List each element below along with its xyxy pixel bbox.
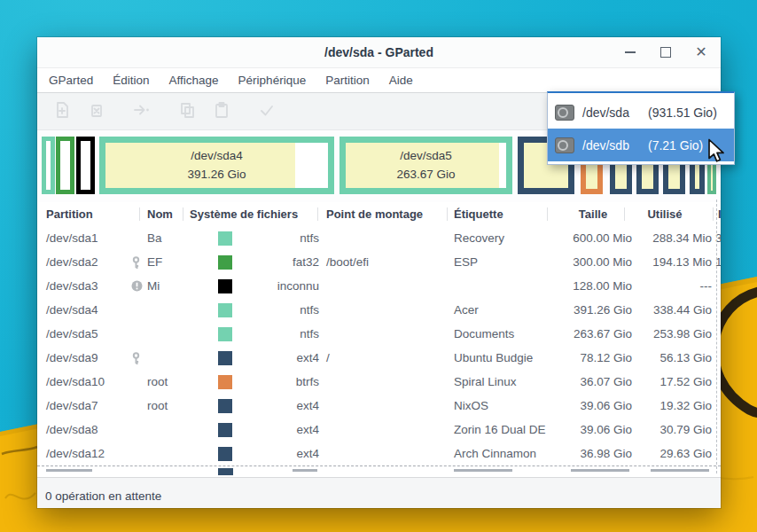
menu-affichage[interactable]: Affichage <box>160 68 229 92</box>
menubar: GParted Édition Affichage Périphérique P… <box>37 68 721 92</box>
harddisk-icon <box>555 104 574 121</box>
paste-icon <box>212 100 231 123</box>
row-status-icon <box>131 424 144 436</box>
fs-name: ext4 <box>239 442 319 466</box>
fs-swatch <box>218 447 232 461</box>
maximize-icon <box>660 47 671 58</box>
header-point-montage[interactable]: Point de montage <box>326 202 423 226</box>
apply-button[interactable] <box>256 101 277 122</box>
size-value: 600.00 Mio <box>534 226 632 250</box>
device-option-sda[interactable]: /dev/sda (931.51 Gio) <box>548 96 734 129</box>
mount-point <box>326 370 450 394</box>
partition-nom: root <box>147 370 186 394</box>
mount-point: /boot/efi <box>326 250 450 274</box>
table-row[interactable]: /dev/sda2 EF fat32 /boot/efi ESP 300.00 … <box>37 250 721 274</box>
copy-icon <box>177 100 197 123</box>
header-separator <box>317 207 318 221</box>
mount-point <box>326 274 450 298</box>
close-icon: ✕ <box>695 45 706 59</box>
menu-edition[interactable]: Édition <box>103 68 159 92</box>
used-value: 17.52 Gio <box>636 370 712 394</box>
delete-partition-button[interactable] <box>86 101 107 122</box>
partition-name: /dev/sda2 <box>46 250 130 274</box>
menu-partition[interactable]: Partition <box>316 68 379 92</box>
fs-name: ntfs <box>239 226 319 250</box>
mount-point <box>326 418 450 442</box>
header-partition[interactable]: Partition <box>46 202 93 226</box>
partition-nom: root <box>147 394 186 418</box>
resize-move-icon <box>131 100 151 123</box>
minimize-button[interactable] <box>623 45 637 59</box>
partition-name: /dev/sda5 <box>46 322 130 346</box>
size-value: 36.07 Gio <box>534 370 632 394</box>
partition-name: /dev/sda4 <box>46 298 130 322</box>
device-name: /dev/sdb <box>582 138 641 153</box>
new-partition-icon <box>52 100 72 123</box>
partition-name: /dev/sda12 <box>46 442 130 466</box>
size-value: 391.26 Gio <box>534 298 632 322</box>
device-size: (7.21 Gio) <box>648 138 703 153</box>
size-value: 36.98 Gio <box>534 442 632 466</box>
free-space <box>295 143 328 188</box>
partition-table-body: /dev/sda1 Ba ntfs Recovery 600.00 Mio 28… <box>37 226 721 466</box>
new-partition-button[interactable] <box>51 101 73 122</box>
header-nom[interactable]: Nom <box>147 202 173 226</box>
resize-move-button[interactable] <box>130 101 152 122</box>
partition-name: /dev/sda7 <box>46 394 130 418</box>
header-separator <box>183 207 183 221</box>
partition-segment[interactable] <box>42 137 55 194</box>
row-status-icon <box>131 304 144 317</box>
partition-nom: Mi <box>147 274 186 298</box>
apply-icon <box>257 100 277 123</box>
mount-point <box>326 322 450 346</box>
fs-swatch <box>218 303 232 317</box>
menu-aide[interactable]: Aide <box>379 68 423 92</box>
table-row[interactable]: /dev/sda4 ntfs Acer 391.26 Gio 338.44 Gi… <box>37 298 721 322</box>
header-inutilise[interactable]: I <box>718 202 721 226</box>
fs-swatch <box>218 375 232 389</box>
partial-table-row[interactable] <box>37 466 721 477</box>
fs-swatch <box>218 423 232 437</box>
table-row[interactable]: /dev/sda3 Mi inconnu 128.00 Mio --- <box>37 274 721 298</box>
fs-name: ext4 <box>239 394 319 418</box>
table-header-row: Partition Nom Système de fichiers Point … <box>37 202 721 226</box>
table-row[interactable]: /dev/sda1 Ba ntfs Recovery 600.00 Mio 28… <box>37 226 721 250</box>
device-size: (931.51 Gio) <box>648 106 717 120</box>
table-row[interactable]: /dev/sda7 root ext4 NixOS 39.06 Gio 19.3… <box>37 394 721 418</box>
table-row[interactable]: /dev/sda10 root btrfs Spiral Linux 36.07… <box>37 370 721 394</box>
header-systeme-fichiers[interactable]: Système de fichiers <box>190 202 298 226</box>
header-taille[interactable]: Taille <box>554 202 632 226</box>
segment-size: 263.67 Gio <box>396 166 455 184</box>
menu-peripherique[interactable]: Périphérique <box>229 68 316 92</box>
paste-button[interactable] <box>211 101 232 122</box>
partition-nom <box>147 442 186 466</box>
table-row[interactable]: /dev/sda5 ntfs Documents 263.67 Gio 253.… <box>37 322 721 346</box>
fs-name: ntfs <box>239 298 319 322</box>
row-status-icon <box>131 448 144 460</box>
key-icon <box>131 256 144 269</box>
partition-segment[interactable] <box>56 137 74 194</box>
fs-swatch <box>218 399 232 413</box>
header-utilise[interactable]: Utilisé <box>629 202 700 226</box>
header-etiquette[interactable]: Étiquette <box>454 202 503 226</box>
partition-name: /dev/sda8 <box>46 418 130 442</box>
size-value: 78.12 Gio <box>534 346 632 370</box>
partition-segment[interactable]: /dev/sda4391.26 Gio <box>99 137 334 194</box>
partition-segment[interactable] <box>76 137 95 194</box>
partition-nom <box>147 298 186 322</box>
table-row[interactable]: /dev/sda12 ext4 Arch Cinnamon 36.98 Gio … <box>37 442 721 466</box>
fs-swatch <box>218 279 232 293</box>
table-row[interactable]: /dev/sda8 ext4 Zorin 16 Dual DE 39.06 Gi… <box>37 418 721 442</box>
close-button[interactable]: ✕ <box>694 45 708 59</box>
row-status-icon <box>131 328 144 340</box>
partition-segment[interactable]: /dev/sda5263.67 Gio <box>339 137 512 194</box>
maximize-button[interactable] <box>659 45 673 59</box>
table-row[interactable]: /dev/sda9 ext4 / Ubuntu Budgie 78.12 Gio… <box>37 346 721 370</box>
used-value: 29.63 Gio <box>636 442 712 466</box>
menu-gparted[interactable]: GParted <box>39 68 103 92</box>
titlebar[interactable]: /dev/sda - GParted ✕ <box>37 37 721 68</box>
size-value: 39.06 Gio <box>534 418 632 442</box>
header-separator <box>713 207 714 221</box>
copy-button[interactable] <box>176 101 198 122</box>
row-status-icon <box>131 232 144 245</box>
